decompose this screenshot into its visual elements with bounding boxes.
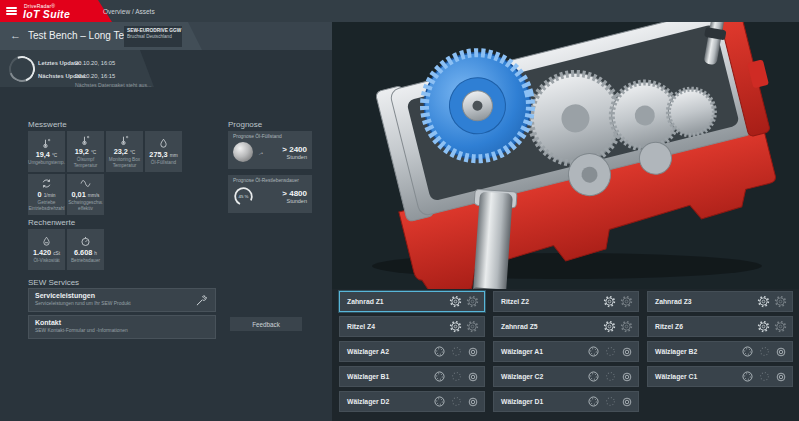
metric-unit: mm/s bbox=[88, 193, 100, 198]
gear-icon bbox=[774, 295, 787, 308]
metric-unit: 1/min bbox=[44, 193, 56, 198]
metric-tile-monitoring-box-temperatur[interactable]: 23,2 °CMonitoring Box Temperatur bbox=[106, 131, 143, 172]
bearing-rollers-icon bbox=[433, 395, 446, 408]
metric-tile-umgebungstemp[interactable]: 19,4 °CUmgebungstemp. bbox=[28, 131, 65, 172]
part-button-zahnrad-z1[interactable]: Zahnrad Z1 bbox=[339, 291, 485, 312]
thermometer-icon bbox=[80, 135, 91, 146]
prognose-unit: Stunden bbox=[282, 198, 307, 204]
metric-tile-olsumpf-temperatur[interactable]: 19,2 °CÖlsumpf Temperatur bbox=[67, 131, 104, 172]
metric-label: Getriebe Eintriebsdrehzahl bbox=[27, 200, 65, 211]
update-info: Letztes Update:20.10.20, 16:05 Nächstes … bbox=[38, 55, 151, 89]
part-button-zahnrad-z5[interactable]: Zahnrad Z5 bbox=[493, 316, 639, 337]
svg-text:45 %: 45 % bbox=[239, 194, 249, 199]
parts-grid: Zahnrad Z1Ritzel Z4Wälzlager A2Wälzlager… bbox=[339, 291, 793, 412]
prognose-card-oel-fuellstand[interactable]: Prognose Öl-Füllstand → > 2400 Stunden bbox=[228, 131, 312, 169]
metric-unit: mm bbox=[170, 153, 178, 158]
part-label: Wälzlager A2 bbox=[347, 348, 389, 355]
part-button-ritzel-z4[interactable]: Ritzel Z4 bbox=[339, 316, 485, 337]
part-button-ritzel-z2[interactable]: Ritzel Z2 bbox=[493, 291, 639, 312]
metric-label: Umgebungstemp. bbox=[27, 160, 66, 165]
bearing-rollers-icon bbox=[433, 345, 446, 358]
back-button[interactable]: ← bbox=[10, 29, 21, 41]
prognose-card-label: Prognose Öl-Füllstand bbox=[233, 134, 307, 139]
metric-label: Schwinggeschw. effektiv bbox=[67, 200, 104, 211]
gear-icon bbox=[603, 320, 616, 333]
bearing-cage-icon bbox=[758, 370, 771, 383]
messwerte-tiles: 19,4 °CUmgebungstemp.19,2 °CÖlsumpf Temp… bbox=[28, 131, 182, 215]
part-icons bbox=[741, 345, 787, 358]
prognose-value: > 4800 bbox=[282, 189, 307, 198]
parts-column-3: Zahnrad Z3Ritzel Z6Wälzlager B2Wälzlager… bbox=[647, 291, 793, 412]
menu-icon[interactable] bbox=[6, 7, 17, 15]
trend-arrow-icon: → bbox=[256, 148, 265, 157]
bearing-cage-icon bbox=[450, 345, 463, 358]
metric-value: 1.420 cSt bbox=[33, 248, 60, 257]
bearing-rollers-icon bbox=[741, 345, 754, 358]
metric-unit: °C bbox=[52, 153, 57, 158]
part-button-walzlager-a1[interactable]: Wälzlager A1 bbox=[493, 341, 639, 362]
service-item-kontakt[interactable]: KontaktSEW Kontakt-Formular und -Informa… bbox=[28, 315, 216, 339]
bearing-ring-icon bbox=[775, 346, 787, 358]
part-button-ritzel-z6[interactable]: Ritzel Z6 bbox=[647, 316, 793, 337]
gear-icon bbox=[449, 320, 462, 333]
rechenwerte-tiles: 1.420 cStÖl-Viskosität6.608 hBetriebsdau… bbox=[28, 229, 104, 270]
feedback-button[interactable]: Feedback bbox=[230, 317, 302, 331]
breadcrumb[interactable]: Overview / Assets bbox=[103, 8, 155, 15]
metric-value: 19,4 °C bbox=[36, 150, 58, 159]
service-item-serviceleistungen[interactable]: ServiceleistungenServiceleistungen rund … bbox=[28, 288, 216, 312]
bearing-rollers-icon bbox=[587, 370, 600, 383]
bearing-rollers-icon bbox=[587, 395, 600, 408]
service-item-desc: Serviceleistungen rund um Ihr SEW Produk… bbox=[35, 301, 209, 306]
last-update-value: 20.10.20, 16:05 bbox=[75, 60, 115, 66]
gear-icon bbox=[620, 320, 633, 333]
bearing-cage-icon bbox=[604, 370, 617, 383]
part-button-walzlager-a2[interactable]: Wälzlager A2 bbox=[339, 341, 485, 362]
part-button-walzlager-b1[interactable]: Wälzlager B1 bbox=[339, 366, 485, 387]
part-button-walzlager-c2[interactable]: Wälzlager C2 bbox=[493, 366, 639, 387]
part-label: Wälzlager C1 bbox=[655, 373, 697, 380]
gearbox-3d-render[interactable] bbox=[332, 22, 799, 289]
prognose-card-oel-restlebensdauer[interactable]: Prognose Öl-Restlebensdauer 45 % > 4800 … bbox=[228, 175, 312, 213]
part-button-walzlager-c1[interactable]: Wälzlager C1 bbox=[647, 366, 793, 387]
metric-tile-schwinggeschw-effektiv[interactable]: 0,01 mm/sSchwinggeschw. effektiv bbox=[67, 174, 104, 215]
part-icons bbox=[433, 395, 479, 408]
metric-tile-getriebe-eintriebsdrehzahl[interactable]: 0 1/minGetriebe Eintriebsdrehzahl bbox=[28, 174, 65, 215]
part-button-walzlager-d1[interactable]: Wälzlager D1 bbox=[493, 391, 639, 412]
bearing-cage-icon bbox=[604, 345, 617, 358]
metric-value: 6.608 h bbox=[74, 248, 97, 257]
part-label: Zahnrad Z3 bbox=[655, 298, 692, 305]
part-button-zahnrad-z3[interactable]: Zahnrad Z3 bbox=[647, 291, 793, 312]
part-icons bbox=[449, 320, 479, 333]
metric-label: Ölsumpf Temperatur bbox=[67, 157, 104, 168]
bearing-ring-icon bbox=[467, 396, 479, 408]
part-icons bbox=[757, 295, 787, 308]
part-icons bbox=[587, 395, 633, 408]
top-bar: DriveRadar® IoT Suite Overview / Assets bbox=[0, 0, 799, 22]
section-title-messwerte: Messwerte bbox=[28, 120, 67, 129]
service-item-title: Kontakt bbox=[35, 319, 209, 326]
part-label: Ritzel Z6 bbox=[655, 323, 683, 330]
part-icons bbox=[587, 345, 633, 358]
prognose-value: > 2400 bbox=[282, 145, 307, 154]
part-button-walzlager-d2[interactable]: Wälzlager D2 bbox=[339, 391, 485, 412]
bearing-ring-icon bbox=[621, 346, 633, 358]
org-location: Bruchsal Deutschland bbox=[127, 34, 179, 39]
bearing-ring-icon bbox=[467, 346, 479, 358]
metric-tile-ol-fullstand[interactable]: 275,3 mmÖl-Füllstand bbox=[145, 131, 182, 172]
part-label: Ritzel Z4 bbox=[347, 323, 375, 330]
part-button-walzlager-b2[interactable]: Wälzlager B2 bbox=[647, 341, 793, 362]
part-label: Wälzlager D1 bbox=[501, 398, 543, 405]
part-label: Wälzlager C2 bbox=[501, 373, 543, 380]
metric-label: Öl-Füllstand bbox=[150, 160, 177, 165]
metric-value: 19,2 °C bbox=[75, 147, 97, 156]
wrench-icon bbox=[195, 294, 208, 307]
metric-tile-betriebsdauer[interactable]: 6.608 hBetriebsdauer bbox=[67, 229, 104, 270]
part-icons bbox=[603, 320, 633, 333]
prognose-unit: Stunden bbox=[282, 154, 307, 160]
metric-unit: °C bbox=[91, 150, 96, 155]
section-title-sew-services: SEW Services bbox=[28, 278, 79, 287]
metric-tile-ol-viskositat[interactable]: 1.420 cStÖl-Viskosität bbox=[28, 229, 65, 270]
remaining-life-gauge-icon: 45 % bbox=[233, 186, 254, 207]
part-icons bbox=[587, 370, 633, 383]
gear-icon bbox=[757, 320, 770, 333]
